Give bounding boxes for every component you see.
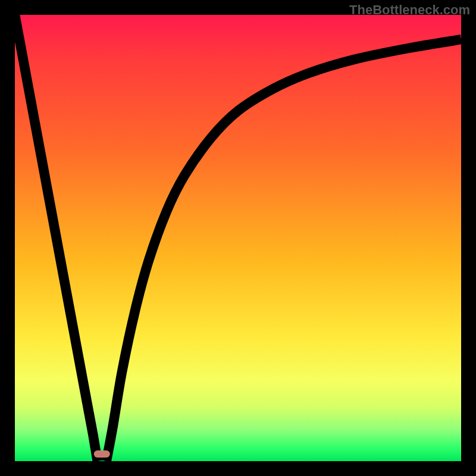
curve-left-segment <box>15 15 98 461</box>
minimum-marker <box>94 450 110 458</box>
watermark-text: TheBottleneck.com <box>349 2 470 18</box>
chart-frame: TheBottleneck.com <box>0 0 476 476</box>
plot-area <box>15 15 461 461</box>
chart-svg <box>15 15 461 461</box>
curve-right-segment <box>107 39 461 461</box>
